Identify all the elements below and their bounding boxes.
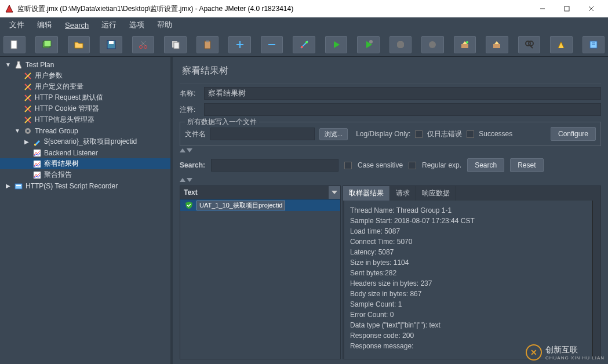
tree-toggle-icon[interactable]: ▼ [5,61,12,68]
regex-checkbox[interactable] [409,162,416,169]
tree-node[interactable]: 察看结果树 [0,158,170,169]
tree-node[interactable]: ▼Thread Group [0,125,170,136]
detail-line: Response code: 200 [350,330,587,341]
window-title: 监听设置.jmx (D:\MyData\xietian1\Desktop\监听设… [17,4,530,14]
tree-node[interactable]: HTTP信息头管理器 [0,114,170,125]
maximize-button[interactable] [555,1,579,17]
menu-file[interactable]: 文件 [3,18,30,32]
search-button[interactable]: Search [467,158,504,172]
start-notimers-button[interactable] [357,36,379,53]
watermark: ✕ 创新互联 CHUANG XIN HU LIAN [526,344,605,361]
tree-node-label: 用户定义的变量 [35,82,83,92]
watermark-logo-icon: ✕ [526,344,542,361]
tab-response-data[interactable]: 响应数据 [416,186,456,201]
paste-button[interactable] [196,36,219,53]
scrollbar[interactable] [592,201,600,359]
save-button[interactable] [100,36,122,53]
svg-point-10 [144,45,147,48]
filename-input[interactable] [210,128,315,140]
stop-button[interactable] [389,36,412,53]
name-input[interactable] [204,87,601,100]
tree-toggle-icon[interactable]: ▼ [14,128,21,134]
flask-icon [14,60,23,70]
svg-rect-25 [461,44,468,48]
menu-search[interactable]: Search [59,19,94,31]
titlebar: 监听设置.jmx (D:\MyData\xietian1\Desktop\监听设… [0,0,608,17]
filename-label: 文件名 [185,129,206,139]
expand-button[interactable] [228,36,250,53]
collapse-button[interactable] [261,36,283,53]
successes-checkbox[interactable] [467,130,474,138]
start-button[interactable] [325,36,347,53]
tree-node[interactable]: ▶HTTP(S) Test Script Recorder [0,180,170,191]
menu-options[interactable]: 选项 [123,18,150,32]
templates-button[interactable] [35,36,57,53]
menu-run[interactable]: 运行 [96,18,122,32]
chart-icon [32,170,42,180]
test-plan-tree[interactable]: ▼Test Plan用户参数用户定义的变量HTTP Request 默认值HTT… [0,57,173,364]
new-button[interactable] [3,36,26,53]
browse-button[interactable]: 浏览... [319,128,348,140]
renderer-combo[interactable]: Text [180,186,340,199]
result-item-label: UAT_1_10_获取项目projectid [196,201,285,210]
tree-node-label: Backend Listener [44,149,98,157]
menu-help[interactable]: 帮助 [151,18,178,32]
result-item[interactable]: UAT_1_10_获取项目projectid [180,199,340,211]
case-sensitive-label: Case sensitive [358,161,403,169]
reset-search-button[interactable] [550,36,572,53]
svg-rect-46 [34,144,36,145]
tree-node[interactable]: ▼Test Plan [0,59,170,70]
minimize-button[interactable] [530,1,555,17]
toggle-button[interactable] [293,36,315,53]
pencil-icon [32,137,42,147]
menu-edit[interactable]: 编辑 [31,18,58,32]
users-icon [23,71,32,81]
combo-arrow-icon [329,186,340,199]
fieldset-legend: 所有数据写入一个文件 [185,117,259,127]
search-tree-button[interactable] [518,36,540,53]
result-list[interactable]: UAT_1_10_获取项目projectid [180,199,340,359]
svg-point-23 [369,40,373,43]
comment-label: 注释: [180,105,204,115]
svg-point-22 [305,41,308,43]
detail-line: Connect Time: 5070 [350,236,587,247]
cut-button[interactable] [132,36,154,53]
success-icon [185,201,193,209]
close-button[interactable] [579,1,603,17]
collapse-marker-1[interactable] [180,148,601,152]
tree-toggle-icon[interactable]: ▶ [5,183,12,189]
tree-node[interactable]: HTTP Cookie 管理器 [0,103,170,114]
open-button[interactable] [68,36,90,53]
reset-button[interactable]: Reset [510,158,543,172]
tree-node[interactable]: 聚合报告 [0,169,170,180]
tree-node[interactable]: HTTP Request 默认值 [0,92,170,103]
tab-request[interactable]: 请求 [390,186,416,201]
errors-only-checkbox[interactable] [415,130,423,138]
clear-button[interactable] [454,36,476,53]
svg-rect-50 [15,184,22,189]
svg-point-45 [27,130,29,132]
tree-node[interactable]: 用户参数 [0,70,170,81]
search-input[interactable] [211,159,338,172]
results-right-pane: 取样器结果 请求 响应数据 Thread Name: Thread Group … [343,185,601,359]
wrench-icon [23,115,32,125]
function-helper-button[interactable] [582,36,605,53]
tab-sampler-result[interactable]: 取样器结果 [343,186,390,201]
tree-toggle-icon[interactable]: ▶ [23,139,30,145]
detail-line: Sent bytes:282 [350,268,587,278]
tree-node[interactable]: Backend Listener [0,147,170,158]
shutdown-button[interactable] [421,36,443,53]
clear-all-button[interactable] [486,36,508,53]
copy-button[interactable] [164,36,186,53]
collapse-marker-2[interactable] [180,178,601,182]
configure-button[interactable]: Configure [551,127,596,141]
tree-node[interactable]: 用户定义的变量 [0,81,170,92]
sampler-result-content: Thread Name: Thread Group 1-1Sample Star… [343,201,592,359]
results-left-pane: Text UAT_1_10_获取项目projectid [180,185,341,359]
comment-input[interactable] [204,103,601,116]
svg-rect-6 [44,41,51,46]
detail-line: Data type ("text"|"bin"|""): text [350,320,587,330]
case-sensitive-checkbox[interactable] [344,162,352,169]
toolbar [0,32,608,57]
tree-node[interactable]: ▶${scenario}_获取项目projectid [0,136,170,147]
